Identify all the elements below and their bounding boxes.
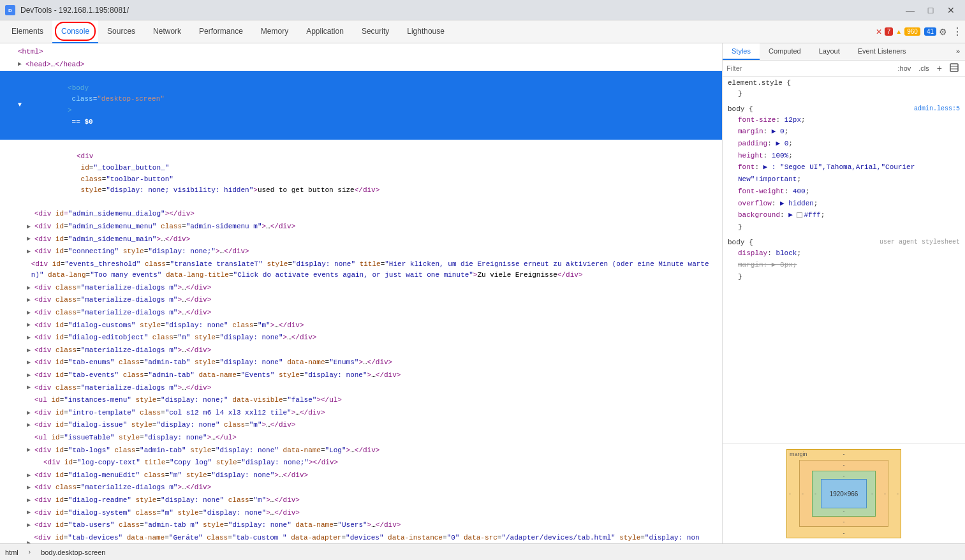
html-line[interactable]: ▶ <div id="tab-users" class="admin-tab m… xyxy=(0,519,722,532)
tab-lighthouse[interactable]: Lighthouse xyxy=(398,20,453,43)
style-rule-body-ua: body { user agent stylesheet display: bl… xyxy=(728,239,960,283)
style-rule-element: element.style { } xyxy=(728,79,960,100)
warning-count: 960 xyxy=(904,27,920,36)
html-line[interactable]: <ul id="instances-menu" style="display: … xyxy=(0,394,722,407)
html-line[interactable]: <html> xyxy=(0,46,722,59)
html-line[interactable]: <div id="log-copy-text" title="Copy log"… xyxy=(0,457,722,469)
html-line[interactable]: ▶ <div id="tab-devices" data-name="Gerät… xyxy=(0,532,722,543)
html-line[interactable]: ▶ <div id="admin_sidemenu_main">…</div> xyxy=(0,233,722,246)
window-controls: — □ ✕ xyxy=(901,4,960,17)
more-filter-icon[interactable] xyxy=(947,62,961,75)
html-line[interactable]: <div id="admin_sidemenu_dialog"></div> xyxy=(0,208,722,221)
breadcrumb-separator: › xyxy=(29,549,31,556)
styles-tab-computed[interactable]: Computed xyxy=(760,43,810,60)
error-count: 7 xyxy=(885,27,894,36)
styles-panel: Styles Computed Layout Event Listeners »… xyxy=(723,43,965,543)
html-tree[interactable]: <html> ▶ <head>…</head> ▼ <body class="d… xyxy=(0,43,722,543)
tab-application[interactable]: Application xyxy=(297,20,353,43)
window-title: DevTools - 192.168.1.195:8081/ xyxy=(20,6,896,15)
html-line[interactable]: ▶ <div class="materialize-dialogs m">…</… xyxy=(0,294,722,307)
html-line[interactable]: ▶ <div id="admin_sidemenu_menu" class="a… xyxy=(0,221,722,233)
svg-rect-2 xyxy=(950,64,958,71)
devtools-tab-bar: Elements Console Sources Network Perform… xyxy=(0,20,965,43)
cls-filter-button[interactable]: .cls xyxy=(916,63,932,73)
box-model: margin - - - - border - - - - padding - … xyxy=(786,449,901,538)
tab-sources[interactable]: Sources xyxy=(98,20,144,43)
html-line[interactable]: ▶ <div class="materialize-dialogs m">…</… xyxy=(0,282,722,295)
maximize-button[interactable]: □ xyxy=(922,4,939,17)
margin-left: - xyxy=(789,490,791,497)
html-line[interactable]: ▶ <div id="tab-enums" class="admin-tab" … xyxy=(0,357,722,369)
breadcrumb-body[interactable]: body.desktop-screen xyxy=(41,549,105,556)
html-line[interactable]: <div id="events_threshold" class="transl… xyxy=(0,258,722,282)
border-left: - xyxy=(802,490,804,497)
box-content-size: 1920×966 xyxy=(821,479,867,508)
tab-security[interactable]: Security xyxy=(353,20,398,43)
margin-label: margin xyxy=(790,451,807,457)
styles-tab-bar: Styles Computed Layout Event Listeners » xyxy=(723,43,965,61)
error-badge[interactable]: ✕ 7 xyxy=(876,27,894,36)
status-bar: html › body.desktop-screen xyxy=(0,543,965,560)
html-line[interactable]: ▶ <head>…</head> xyxy=(0,59,722,71)
html-line[interactable]: ▶ <div id="dialog-editobject" class="m" … xyxy=(0,332,722,344)
html-line[interactable]: ▶ <div id="dialog-issue" style="display:… xyxy=(0,419,722,432)
html-line[interactable]: ▶ <div id="dialog-system" class="m" styl… xyxy=(0,507,722,520)
styles-tab-event-listeners[interactable]: Event Listeners xyxy=(849,43,915,60)
html-line-selected[interactable]: ▼ <body class="desktop-screen" > == $0 xyxy=(0,71,722,140)
styles-tab-layout[interactable]: Layout xyxy=(810,43,849,60)
box-model-container: margin - - - - border - - - - padding - … xyxy=(723,443,965,543)
add-style-button[interactable]: + xyxy=(934,62,945,75)
border-bottom: - xyxy=(843,519,845,525)
styles-tab-more[interactable]: » xyxy=(951,43,965,60)
html-line[interactable]: <div id="_toolbar_button_" class="toolba… xyxy=(0,140,722,209)
styles-filter-input[interactable] xyxy=(726,64,893,72)
settings-icon[interactable]: ⚙ xyxy=(939,27,947,37)
warning-badge[interactable]: ▲ 960 xyxy=(895,27,920,36)
tab-performance[interactable]: Performance xyxy=(190,20,252,43)
html-line[interactable]: ▶ <div id="connecting" style="display: n… xyxy=(0,246,722,258)
padding-left: - xyxy=(814,490,816,497)
html-line[interactable]: ▶ <div id="tab-logs" class="admin-tab" s… xyxy=(0,445,722,457)
border-right: - xyxy=(884,490,886,497)
svg-text:D: D xyxy=(8,8,12,13)
html-line[interactable]: ▶ <div id="dialog-readme" style="display… xyxy=(0,494,722,507)
html-line[interactable]: ▶ <div class="materialize-dialogs m">…</… xyxy=(0,382,722,395)
pseudo-filter-button[interactable]: :hov xyxy=(895,63,914,73)
padding-bottom: - xyxy=(843,508,845,515)
close-button[interactable]: ✕ xyxy=(942,4,960,17)
html-line[interactable]: ▶ <div class="materialize-dialogs m">…</… xyxy=(0,307,722,320)
more-menu-icon[interactable]: ⋮ xyxy=(952,26,962,38)
margin-right: - xyxy=(897,490,899,497)
styles-content: element.style { } body { admin.less:5 fo… xyxy=(723,77,965,443)
html-line[interactable]: ▶ <div class="materialize-dialogs m">…</… xyxy=(0,344,722,357)
devtools-icon: D xyxy=(5,5,15,15)
style-rule-body: body { admin.less:5 font-size: 12px; mar… xyxy=(728,105,960,233)
styles-tab-styles[interactable]: Styles xyxy=(723,43,760,60)
minimize-button[interactable]: — xyxy=(901,4,919,17)
padding-right: - xyxy=(871,490,873,497)
title-bar: D DevTools - 192.168.1.195:8081/ — □ ✕ xyxy=(0,0,965,20)
breadcrumb-html[interactable]: html xyxy=(5,549,18,556)
tab-console[interactable]: Console xyxy=(52,20,98,43)
info-count: 41 xyxy=(924,27,936,36)
content-dimensions: 1920×966 xyxy=(830,490,858,497)
html-line[interactable]: <ul id="issueTable" style="display: none… xyxy=(0,432,722,445)
tab-network[interactable]: Network xyxy=(144,20,190,43)
html-line[interactable]: ▶ <div class="materialize-dialogs m">…</… xyxy=(0,482,722,494)
html-panel: <html> ▶ <head>…</head> ▼ <body class="d… xyxy=(0,43,723,543)
html-line[interactable]: ▶ <div id="intro-template" class="col s1… xyxy=(0,407,722,420)
devtools-main: <html> ▶ <head>…</head> ▼ <body class="d… xyxy=(0,43,965,543)
tab-memory[interactable]: Memory xyxy=(252,20,297,43)
styles-filter-row: :hov .cls + xyxy=(723,61,965,77)
padding-top: - xyxy=(843,473,845,479)
html-line[interactable]: ▶ <div id="dialog-customs" style="displa… xyxy=(0,320,722,332)
border-top: - xyxy=(843,462,845,468)
tab-elements[interactable]: Elements xyxy=(3,20,52,43)
margin-bottom: - xyxy=(843,530,845,536)
html-line[interactable]: ▶ <div id="dialog-menuEdit" class="m" st… xyxy=(0,469,722,482)
html-line[interactable]: ▶ <div id="tab-events" class="admin-tab"… xyxy=(0,369,722,382)
margin-top: - xyxy=(843,451,845,457)
